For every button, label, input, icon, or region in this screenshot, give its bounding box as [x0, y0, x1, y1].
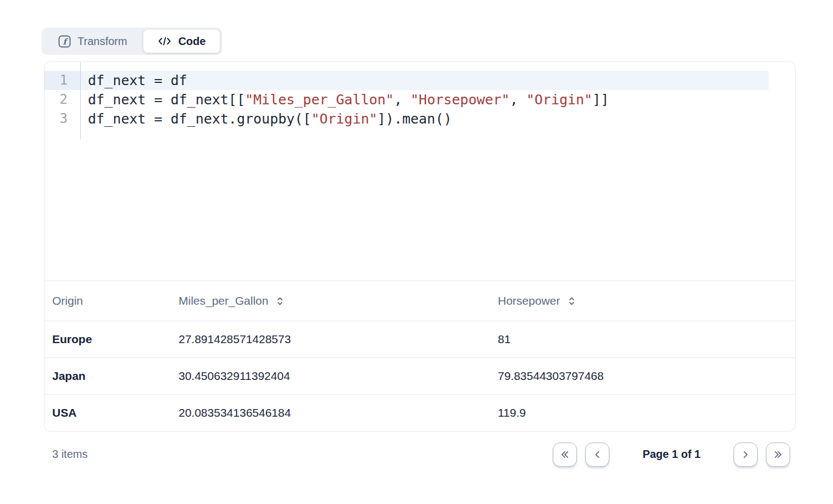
cell-horsepower: 81 — [490, 333, 795, 346]
cell-origin: USA — [45, 406, 171, 419]
line-number: 1 — [45, 71, 80, 90]
sort-icon[interactable] — [276, 296, 284, 306]
next-page-button[interactable] — [734, 443, 758, 467]
code-token: , — [510, 92, 526, 108]
app-root: f Transform Code 1 2 3 — [0, 0, 833, 504]
page-indicator: Page 1 of 1 — [642, 448, 701, 461]
function-icon: f — [58, 35, 71, 48]
column-header-horsepower-label: Horsepower — [498, 294, 560, 307]
result-table: Origin Miles_per_Gallon Horsepower — [45, 281, 795, 431]
previous-page-button[interactable] — [585, 443, 609, 467]
string-token: "Origin" — [526, 92, 592, 108]
double-chevron-right-icon — [771, 448, 785, 461]
first-page-button[interactable] — [553, 443, 577, 467]
cell-miles-per-gallon: 30.450632911392404 — [171, 369, 490, 383]
table-row-usa: USA 20.083534136546184 119.9 — [45, 394, 795, 431]
column-header-origin-label: Origin — [52, 294, 83, 307]
cell-miles-per-gallon: 27.891428571428573 — [171, 333, 490, 346]
line-number-gutter: 1 2 3 — [45, 62, 81, 139]
line-number: 2 — [45, 90, 80, 109]
code-line-1: df_next = df — [81, 71, 769, 90]
code-line-2: df_next = df_next[["Miles_per_Gallon", "… — [81, 90, 769, 109]
string-token: "Origin" — [311, 111, 377, 127]
code-token: df_next = df — [88, 72, 187, 88]
tab-transform[interactable]: f Transform — [42, 30, 141, 53]
line-number: 3 — [45, 109, 80, 128]
svg-text:f: f — [63, 36, 69, 46]
column-header-miles-per-gallon-label: Miles_per_Gallon — [179, 294, 268, 307]
tab-transform-label: Transform — [77, 35, 127, 48]
code-slash-icon — [158, 36, 171, 47]
view-mode-tabs: f Transform Code — [42, 27, 222, 55]
sort-icon[interactable] — [568, 296, 576, 306]
last-page-button[interactable] — [766, 443, 790, 467]
table-row-japan: Japan 30.450632911392404 79.835443037974… — [45, 357, 795, 394]
column-header-miles-per-gallon[interactable]: Miles_per_Gallon — [171, 294, 490, 307]
double-chevron-left-icon — [558, 448, 571, 461]
code-area: df_next = df df_next = df_next[["Miles_p… — [81, 62, 795, 281]
table-header-row: Origin Miles_per_Gallon Horsepower — [45, 281, 795, 321]
cell-horsepower: 119.9 — [490, 406, 795, 419]
code-token: , — [394, 92, 410, 108]
tab-code-label: Code — [178, 35, 206, 48]
chevron-right-icon — [739, 448, 752, 461]
tab-code[interactable]: Code — [143, 30, 220, 53]
code-panel: 1 2 3 df_next = df df_next = df_next[["M… — [44, 61, 796, 432]
chevron-left-icon — [591, 448, 604, 461]
column-header-horsepower[interactable]: Horsepower — [490, 294, 795, 307]
code-token: ]).mean() — [377, 111, 452, 127]
cell-origin: Europe — [45, 333, 171, 346]
cell-miles-per-gallon: 20.083534136546184 — [171, 406, 490, 419]
cell-horsepower: 79.83544303797468 — [490, 369, 795, 383]
code-token: ]] — [592, 92, 609, 108]
pagination-bar: 3 items Page 1 of 1 — [44, 442, 790, 467]
cell-origin: Japan — [45, 369, 171, 383]
items-count: 3 items — [52, 448, 87, 461]
code-editor[interactable]: 1 2 3 df_next = df df_next = df_next[["M… — [45, 62, 795, 281]
table-row-europe: Europe 27.891428571428573 81 — [45, 321, 795, 357]
code-line-3: df_next = df_next.groupby(["Origin"]).me… — [81, 109, 769, 128]
column-header-origin: Origin — [45, 294, 171, 307]
code-token: df_next = df_next[[ — [88, 92, 245, 108]
code-token: df_next = df_next.groupby([ — [88, 111, 311, 127]
string-token: "Horsepower" — [410, 92, 510, 108]
string-token: "Miles_per_Gallon" — [245, 92, 394, 108]
